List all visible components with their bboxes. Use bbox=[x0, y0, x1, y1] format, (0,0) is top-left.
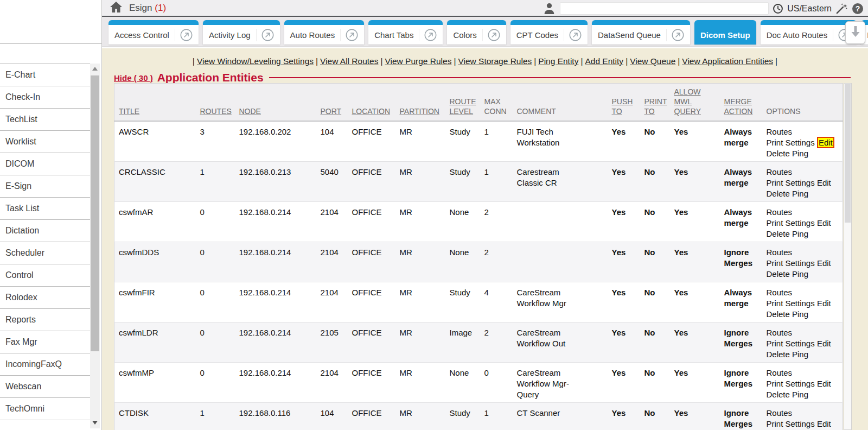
sidebar-item-incomingfaxq[interactable]: IncomingFaxQ bbox=[0, 353, 90, 376]
sort-link[interactable]: TITLE bbox=[119, 107, 139, 116]
popout-icon[interactable] bbox=[666, 29, 684, 41]
tab-datasend-queue[interactable]: DataSend Queue bbox=[592, 20, 690, 45]
option-link-ping[interactable]: Ping bbox=[792, 149, 808, 158]
popout-icon[interactable] bbox=[482, 29, 500, 41]
popout-icon[interactable] bbox=[175, 29, 193, 41]
option-link-routes[interactable]: Routes bbox=[767, 207, 793, 217]
option-link-delete[interactable]: Delete bbox=[767, 350, 790, 359]
option-link-ping[interactable]: Ping bbox=[792, 309, 808, 319]
tab-chart-tabs[interactable]: Chart Tabs bbox=[368, 20, 443, 45]
sidebar-item-control[interactable]: Control bbox=[0, 264, 90, 287]
sidebar-item-dictation[interactable]: Dictation bbox=[0, 220, 90, 242]
table-scrollbar[interactable] bbox=[844, 83, 852, 430]
scroll-up-button[interactable] bbox=[90, 64, 100, 73]
sidebar-item-rolodex[interactable]: Rolodex bbox=[0, 287, 90, 309]
link-add-entity[interactable]: Add Entity bbox=[585, 56, 623, 66]
sidebar-item-fax-mgr[interactable]: Fax Mgr bbox=[0, 331, 90, 353]
option-link-print-settings[interactable]: Print Settings bbox=[767, 419, 815, 428]
sidebar-scrollbar[interactable] bbox=[90, 64, 100, 428]
option-link-edit[interactable]: Edit bbox=[817, 258, 831, 268]
sidebar-item-scheduler[interactable]: Scheduler bbox=[0, 242, 90, 264]
link-view-all-routes[interactable]: View All Routes bbox=[320, 56, 378, 66]
option-link-ping[interactable]: Ping bbox=[792, 350, 808, 359]
search-input[interactable] bbox=[560, 2, 769, 15]
popout-icon[interactable] bbox=[564, 29, 582, 41]
wand-icon[interactable] bbox=[835, 2, 848, 15]
option-link-print-settings[interactable]: Print Settings bbox=[767, 218, 815, 227]
sort-link[interactable]: PARTITION bbox=[400, 107, 439, 116]
option-link-routes[interactable]: Routes bbox=[767, 248, 793, 257]
option-link-ping[interactable]: Ping bbox=[792, 189, 808, 198]
option-link-print-settings[interactable]: Print Settings bbox=[767, 178, 815, 187]
option-link-routes[interactable]: Routes bbox=[767, 127, 793, 136]
option-link-print-settings[interactable]: Print Settings bbox=[767, 258, 815, 268]
option-link-routes[interactable]: Routes bbox=[767, 288, 793, 297]
popout-icon[interactable] bbox=[419, 29, 437, 41]
option-link-ping[interactable]: Ping bbox=[792, 229, 808, 238]
sort-link[interactable]: PRINT TO bbox=[644, 97, 667, 116]
sidebar-item-check-in[interactable]: Check-In bbox=[0, 86, 90, 109]
sidebar-item-webscan[interactable]: Webscan bbox=[0, 376, 90, 398]
sidebar-item-techomni[interactable]: TechOmni bbox=[0, 398, 90, 420]
link-view-window-leveling-settings[interactable]: View Window/Leveling Settings bbox=[197, 56, 314, 66]
option-link-routes[interactable]: Routes bbox=[767, 167, 793, 176]
sidebar-item-techlist[interactable]: TechList bbox=[0, 109, 90, 131]
sort-link[interactable]: LOCATION bbox=[352, 107, 391, 116]
option-link-delete[interactable]: Delete bbox=[767, 269, 790, 279]
sidebar-item-dicom[interactable]: DICOM bbox=[0, 153, 90, 175]
option-link-ping[interactable]: Ping bbox=[792, 269, 808, 279]
option-link-edit[interactable]: Edit bbox=[817, 178, 831, 187]
popout-icon[interactable] bbox=[340, 29, 358, 41]
sidebar-item-e-chart[interactable]: E-Chart bbox=[0, 64, 90, 86]
hide-link[interactable]: Hide ( 30 ) bbox=[114, 73, 153, 83]
option-link-delete[interactable]: Delete bbox=[767, 189, 790, 198]
option-link-routes[interactable]: Routes bbox=[767, 408, 793, 418]
option-link-edit[interactable]: Edit bbox=[817, 379, 831, 388]
tab-activity-log[interactable]: Activity Log bbox=[203, 20, 280, 45]
sort-link[interactable]: MERGE ACTION bbox=[724, 97, 753, 116]
tab-dicom-setup[interactable]: Dicom Setup bbox=[694, 20, 756, 45]
tab-colors[interactable]: Colors bbox=[447, 20, 506, 45]
sidebar-item-reports[interactable]: Reports bbox=[0, 309, 90, 331]
sidebar-item-e-sign[interactable]: E-Sign bbox=[0, 175, 90, 198]
tab-doc-auto-routes[interactable]: Doc Auto Routes bbox=[761, 20, 857, 45]
popout-icon[interactable] bbox=[256, 29, 274, 41]
option-link-delete[interactable]: Delete bbox=[767, 390, 790, 399]
sidebar-scrollbar-thumb[interactable] bbox=[91, 75, 99, 351]
option-link-print-settings[interactable]: Print Settings bbox=[767, 379, 815, 388]
option-link-delete[interactable]: Delete bbox=[767, 229, 790, 238]
sort-link[interactable]: NODE bbox=[239, 107, 261, 116]
option-link-ping[interactable]: Ping bbox=[792, 390, 808, 399]
option-link-routes[interactable]: Routes bbox=[767, 328, 793, 337]
option-link-edit[interactable]: Edit bbox=[817, 218, 831, 227]
option-link-print-settings[interactable]: Print Settings bbox=[767, 138, 815, 147]
tab-access-control[interactable]: Access Control bbox=[108, 20, 199, 45]
scroll-down-button[interactable] bbox=[90, 418, 100, 427]
sort-link[interactable]: PUSH TO bbox=[612, 97, 633, 116]
link-ping-entity[interactable]: Ping Entity bbox=[538, 56, 578, 66]
home-button[interactable] bbox=[110, 1, 123, 15]
link-view-purge-rules[interactable]: View Purge Rules bbox=[385, 56, 451, 66]
sidebar-item-worklist[interactable]: Worklist bbox=[0, 131, 90, 153]
sort-link[interactable]: ROUTES bbox=[200, 107, 232, 116]
link-view-application-entities[interactable]: View Application Entities bbox=[682, 56, 773, 66]
option-link-delete[interactable]: Delete bbox=[767, 149, 790, 158]
option-link-edit[interactable]: Edit bbox=[817, 137, 834, 148]
user-icon[interactable] bbox=[542, 2, 556, 15]
link-view-storage-rules[interactable]: View Storage Rules bbox=[458, 56, 532, 66]
help-icon[interactable]: ? bbox=[852, 3, 864, 15]
tab-auto-routes[interactable]: Auto Routes bbox=[284, 20, 365, 45]
tab-cpt-codes[interactable]: CPT Codes bbox=[510, 20, 588, 45]
option-link-edit[interactable]: Edit bbox=[817, 299, 831, 308]
sort-link[interactable]: PORT bbox=[321, 107, 342, 116]
option-link-routes[interactable]: Routes bbox=[767, 368, 793, 377]
sidebar-item-task-list[interactable]: Task List bbox=[0, 198, 90, 220]
option-link-delete[interactable]: Delete bbox=[767, 309, 790, 319]
option-link-print-settings[interactable]: Print Settings bbox=[767, 299, 815, 308]
sort-link[interactable]: ALLOW MWL QUERY bbox=[674, 87, 701, 116]
link-view-queue[interactable]: View Queue bbox=[630, 56, 675, 66]
option-link-edit[interactable]: Edit bbox=[817, 339, 831, 348]
more-tabs-button[interactable] bbox=[845, 21, 865, 44]
option-link-edit[interactable]: Edit bbox=[817, 419, 831, 428]
option-link-print-settings[interactable]: Print Settings bbox=[767, 339, 815, 348]
